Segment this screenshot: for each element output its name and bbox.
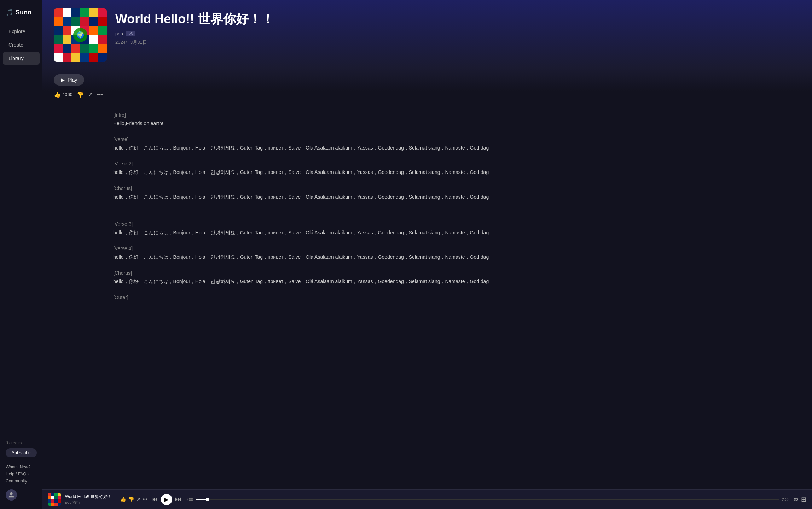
sidebar-item-explore[interactable]: Explore bbox=[3, 25, 40, 38]
hero-actions: ▶ Play bbox=[42, 69, 812, 91]
lyrics-section: [Verse 3] hello，你好，こんにちは，Bonjour，Hola，안녕… bbox=[113, 221, 741, 237]
thumbs-up-icon: 👍 bbox=[54, 91, 61, 98]
player-more-button[interactable]: ••• bbox=[143, 497, 147, 502]
share-icon: ↗ bbox=[88, 92, 93, 98]
lyrics-section-header: [Verse 3] bbox=[113, 221, 741, 227]
song-tags: pop v3 bbox=[115, 31, 274, 36]
loop-button[interactable]: ∞ bbox=[794, 496, 798, 503]
player-thumbs-up-icon: 👍 bbox=[120, 497, 126, 502]
album-art-overlay: 🌍 bbox=[73, 28, 87, 42]
sidebar-item-create[interactable]: Create bbox=[3, 39, 40, 51]
play-pause-icon: ▶ bbox=[164, 497, 168, 502]
credits-text: 0 credits bbox=[6, 440, 37, 445]
prev-button[interactable]: ⏮ bbox=[152, 496, 158, 503]
like-button[interactable]: 👍 4060 bbox=[54, 91, 72, 98]
lyrics-section: [Verse] hello，你好，こんにちは，Bonjour，Hola，안녕하세… bbox=[113, 136, 741, 152]
next-button[interactable]: ⏭ bbox=[175, 496, 181, 503]
lyrics-container: [Intro]Hello,Friends on earth![Verse] he… bbox=[42, 104, 812, 344]
lyrics-section-header: [Verse 2] bbox=[113, 161, 741, 166]
lyrics-line: hello，你好，こんにちは，Bonjour，Hola，안녕하세요，Guten … bbox=[113, 253, 741, 262]
player-like-button[interactable]: 👍 bbox=[120, 497, 126, 502]
queue-button[interactable]: ⊞ bbox=[801, 496, 806, 503]
user-avatar[interactable] bbox=[6, 489, 17, 501]
lyrics-line: hello，你好，こんにちは，Bonjour，Hola，안녕하세요，Guten … bbox=[113, 144, 741, 152]
hero-top: 🌍 World Hello!! 世界你好！！ pop v3 2024年3月31日 bbox=[54, 8, 801, 69]
player-subtitle: pop 流行 bbox=[65, 500, 116, 505]
queue-icon: ⊞ bbox=[801, 496, 806, 503]
thumbs-down-icon: 👎 bbox=[77, 91, 84, 98]
player-thumbnail bbox=[48, 493, 61, 506]
sidebar-link-whats-new[interactable]: What's New? bbox=[6, 464, 37, 469]
sidebar: 🎵 Suno Explore Create Library 0 credits … bbox=[0, 0, 42, 509]
player-title: World Hello!! 世界你好！！ bbox=[65, 494, 116, 500]
player-share-button[interactable]: ↗ bbox=[137, 497, 140, 502]
lyrics-section: [Chorus] hello，你好，こんにちは，Bonjour，Hola，안녕하… bbox=[113, 186, 741, 201]
bottom-player: World Hello!! 世界你好！！ pop 流行 👍 👎 ↗ ••• bbox=[42, 489, 812, 509]
progress-bar-container: 0:00 2:33 bbox=[186, 497, 789, 502]
play-pause-button[interactable]: ▶ bbox=[161, 494, 172, 505]
lyrics-section: [Outer] bbox=[113, 294, 741, 300]
lyrics-section-header: [Chorus] bbox=[113, 270, 741, 276]
lyrics-section: [Verse 4] hello，你好，こんにちは，Bonjour，Hola，안녕… bbox=[113, 246, 741, 262]
player-info: World Hello!! 世界你好！！ pop 流行 bbox=[65, 494, 116, 505]
tag-version: v3 bbox=[126, 31, 136, 36]
song-title: World Hello!! 世界你好！！ bbox=[115, 11, 274, 27]
player-thumbs-down-icon: 👎 bbox=[128, 497, 134, 502]
player-thumb-grid bbox=[48, 493, 61, 506]
lyrics-section-header: [Verse 4] bbox=[113, 246, 741, 251]
lyrics-section: [Chorus] hello，你好，こんにちは，Bonjour，Hola，안녕하… bbox=[113, 270, 741, 286]
logo[interactable]: 🎵 Suno bbox=[0, 6, 42, 25]
player-likes: 👍 👎 ↗ ••• bbox=[120, 497, 147, 502]
progress-dot bbox=[206, 498, 209, 501]
share-button[interactable]: ↗ bbox=[88, 91, 93, 98]
play-button[interactable]: ▶ Play bbox=[54, 74, 84, 86]
more-icon: ••• bbox=[97, 92, 103, 98]
current-time: 0:00 bbox=[186, 497, 193, 502]
total-time: 2:33 bbox=[782, 497, 789, 502]
sidebar-links: What's New? Help / FAQs Community bbox=[0, 462, 42, 486]
lyrics-line: hello，你好，こんにちは，Bonjour，Hola，안녕하세요，Guten … bbox=[113, 168, 741, 177]
prev-icon: ⏮ bbox=[152, 496, 158, 503]
next-icon: ⏭ bbox=[175, 496, 181, 503]
lyrics-line: hello，你好，こんにちは，Bonjour，Hola，안녕하세요，Guten … bbox=[113, 193, 741, 201]
lyrics-section-header: [Verse] bbox=[113, 136, 741, 142]
hero-section: 🌍 World Hello!! 世界你好！！ pop v3 2024年3月31日 bbox=[42, 0, 812, 69]
logo-icon: 🎵 bbox=[6, 8, 13, 16]
sidebar-nav: Explore Create Library bbox=[0, 25, 42, 230]
dislike-button[interactable]: 👎 bbox=[77, 91, 84, 98]
lyrics-section-header: [Intro] bbox=[113, 112, 741, 118]
player-share-icon: ↗ bbox=[137, 497, 140, 502]
user-icon bbox=[8, 492, 14, 498]
lyrics-line: hello，你好，こんにちは，Bonjour，Hola，안녕하세요，Guten … bbox=[113, 228, 741, 237]
lyrics-section-header: [Chorus] bbox=[113, 186, 741, 191]
logo-text: Suno bbox=[16, 9, 31, 16]
main-content: 🌍 World Hello!! 世界你好！！ pop v3 2024年3月31日 bbox=[42, 0, 812, 489]
loop-icon: ∞ bbox=[794, 496, 798, 503]
song-stats: 👍 4060 👎 ↗ ••• bbox=[42, 91, 812, 104]
like-count: 4060 bbox=[62, 92, 72, 97]
lyrics-line: Hello,Friends on earth! bbox=[113, 119, 741, 128]
play-label: Play bbox=[68, 77, 77, 83]
song-date: 2024年3月31日 bbox=[115, 39, 274, 46]
player-extra: ∞ ⊞ bbox=[794, 496, 806, 503]
lyrics-line: hello，你好，こんにちは，Bonjour，Hola，안녕하세요，Guten … bbox=[113, 277, 741, 286]
sidebar-bottom: 0 credits Subscribe bbox=[0, 436, 42, 462]
lyrics-section-header: [Outer] bbox=[113, 294, 741, 300]
player-dislike-button[interactable]: 👎 bbox=[128, 497, 134, 502]
sidebar-link-community[interactable]: Community bbox=[6, 479, 37, 484]
sidebar-item-library[interactable]: Library bbox=[3, 52, 40, 65]
player-controls: ⏮ ▶ ⏭ bbox=[152, 494, 181, 505]
more-button[interactable]: ••• bbox=[97, 92, 103, 98]
player-more-icon: ••• bbox=[143, 497, 147, 502]
play-icon: ▶ bbox=[61, 77, 65, 83]
sidebar-link-help[interactable]: Help / FAQs bbox=[6, 472, 37, 476]
lyrics-section: [Verse 2] hello，你好，こんにちは，Bonjour，Hola，안녕… bbox=[113, 161, 741, 177]
progress-track[interactable] bbox=[196, 499, 779, 500]
lyrics-section: [Intro]Hello,Friends on earth! bbox=[113, 112, 741, 128]
tag-genre: pop bbox=[115, 31, 123, 36]
album-art: 🌍 bbox=[54, 8, 107, 62]
hero-info: World Hello!! 世界你好！！ pop v3 2024年3月31日 bbox=[115, 8, 274, 46]
subscribe-button[interactable]: Subscribe bbox=[6, 448, 37, 457]
